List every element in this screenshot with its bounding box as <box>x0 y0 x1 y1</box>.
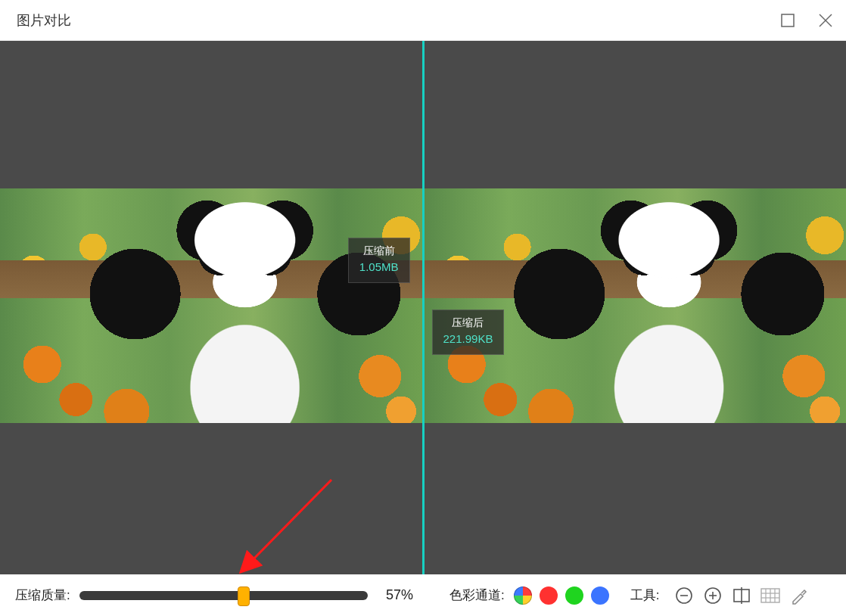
channel-rgb-button[interactable] <box>514 586 532 605</box>
image-compare-area: 压缩前 1.05MB 压缩后 221.99KB <box>0 41 846 574</box>
channel-red-button[interactable] <box>540 586 558 605</box>
title-bar: 图片对比 <box>0 0 846 41</box>
after-pane[interactable]: 压缩后 221.99KB <box>425 41 847 574</box>
eyedropper-button[interactable] <box>789 586 809 605</box>
after-label: 压缩后 <box>443 315 493 331</box>
zoom-out-button[interactable] <box>674 586 694 605</box>
quality-control-group: 压缩质量: 57% <box>0 586 424 604</box>
after-image <box>425 188 847 423</box>
before-size-value: 1.05MB <box>359 259 399 276</box>
slider-thumb[interactable] <box>238 586 250 606</box>
slider-track <box>79 591 368 600</box>
right-toolbar: 色彩通道: 工具: <box>424 586 846 605</box>
tools-group <box>674 586 809 605</box>
window-title: 图片对比 <box>17 11 71 30</box>
after-size-value: 221.99KB <box>443 331 493 348</box>
quality-label: 压缩质量: <box>15 586 70 604</box>
zoom-in-button[interactable] <box>703 586 723 605</box>
before-label: 压缩前 <box>359 243 399 259</box>
window-controls <box>779 12 834 29</box>
channels-label: 色彩通道: <box>449 586 505 604</box>
after-size-badge: 压缩后 221.99KB <box>432 310 505 355</box>
grid-button[interactable] <box>760 586 780 605</box>
before-pane[interactable]: 压缩前 1.05MB <box>0 41 425 574</box>
quality-slider[interactable] <box>79 588 368 603</box>
before-size-badge: 压缩前 1.05MB <box>348 238 410 283</box>
channel-blue-button[interactable] <box>591 586 609 605</box>
bottom-toolbar: 压缩质量: 57% 色彩通道: 工具: <box>0 574 846 616</box>
channel-green-button[interactable] <box>565 586 583 605</box>
quality-percent: 57% <box>377 587 413 603</box>
compare-split-button[interactable] <box>732 586 751 605</box>
close-button[interactable] <box>817 12 834 29</box>
maximize-button[interactable] <box>779 12 796 29</box>
before-image <box>0 188 422 423</box>
svg-rect-0 <box>782 14 794 26</box>
tools-label: 工具: <box>630 586 660 604</box>
